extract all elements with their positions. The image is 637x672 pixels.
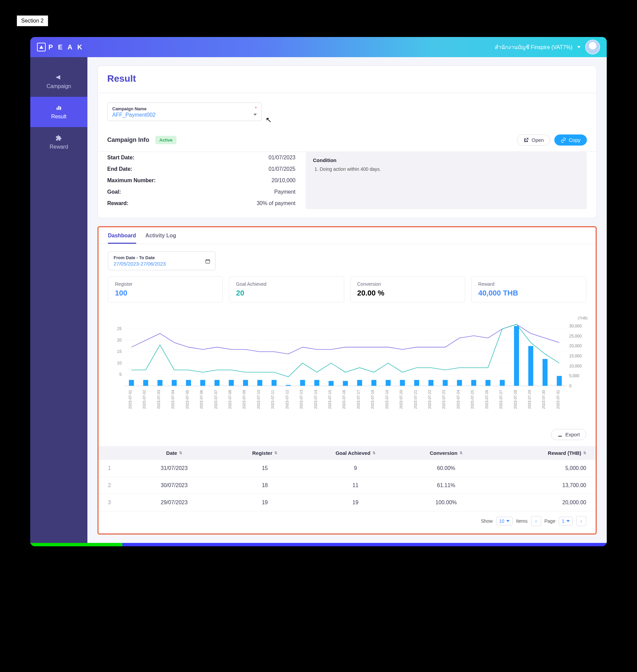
sort-icon: ⇅ — [372, 451, 376, 455]
date-range-value: 27/05/2023-27/06/2023 — [114, 261, 210, 267]
svg-rect-51 — [557, 376, 562, 386]
svg-text:2023-07-17: 2023-07-17 — [356, 390, 360, 409]
svg-text:2023-07-29: 2023-07-29 — [527, 390, 531, 409]
svg-rect-34 — [314, 380, 319, 386]
cell-register: 18 — [223, 483, 306, 488]
svg-rect-24 — [172, 380, 177, 386]
svg-rect-28 — [229, 380, 234, 386]
date-range-picker[interactable]: From Date - To Date 27/05/2023-27/06/202… — [108, 252, 216, 270]
svg-rect-50 — [543, 359, 548, 386]
table-row: 131/07/202315960.00%5,000.00 — [98, 460, 596, 477]
svg-text:2023-07-20: 2023-07-20 — [399, 390, 403, 409]
status-badge: Active — [155, 136, 177, 144]
svg-text:5,000: 5,000 — [569, 374, 580, 378]
svg-text:20,000: 20,000 — [569, 344, 582, 348]
svg-text:2023-07-24: 2023-07-24 — [456, 390, 460, 409]
page-size-select[interactable]: 10 — [496, 517, 513, 525]
kpi-value: 20 — [236, 289, 337, 297]
svg-text:2023-07-19: 2023-07-19 — [385, 390, 389, 409]
col-register[interactable]: Register⇅ — [223, 450, 306, 456]
tab-dashboard[interactable]: Dashboard — [108, 233, 136, 244]
sort-icon: ⇅ — [179, 451, 182, 455]
table-row: 230/07/2023181161.11%13,700.00 — [98, 477, 596, 494]
cell-conv: 100.00% — [405, 500, 487, 506]
col-goal[interactable]: Goal Achieved⇅ — [306, 450, 405, 456]
svg-rect-31 — [272, 380, 277, 386]
chevron-down-icon — [253, 114, 257, 116]
col-reward[interactable]: Reward (THB)⇅ — [487, 450, 586, 456]
top-bar: P E A K สำนักงานบัญชี Finspire (VAT7%) — [30, 37, 607, 57]
svg-text:2023-07-01: 2023-07-01 — [128, 390, 132, 409]
required-marker: * — [255, 106, 257, 111]
external-link-icon — [523, 138, 529, 143]
cell-register: 19 — [223, 500, 306, 506]
calendar-icon — [205, 258, 211, 264]
campaign-select-value: AFF_Payment002 — [112, 112, 257, 118]
svg-rect-25 — [186, 380, 191, 386]
export-button[interactable]: Export — [551, 429, 586, 440]
copy-button[interactable]: Copy — [554, 134, 587, 146]
svg-text:2023-07-13: 2023-07-13 — [299, 390, 303, 409]
svg-rect-44 — [457, 380, 462, 386]
svg-text:2023-07-10: 2023-07-10 — [256, 390, 260, 409]
tab-activity-log[interactable]: Activity Log — [146, 233, 177, 244]
cell-reward: 13,700.00 — [487, 483, 586, 488]
sidebar-item-label: Result — [51, 114, 66, 120]
svg-rect-40 — [400, 380, 405, 386]
svg-text:0: 0 — [569, 384, 571, 388]
logo-icon — [37, 43, 46, 51]
svg-rect-1 — [58, 106, 59, 110]
campaign-select[interactable]: * Campaign Name AFF_Payment002 ↖ — [107, 103, 262, 121]
info-row: Goal:Payment — [107, 186, 295, 198]
info-row: End Date:01/07/2025 — [107, 163, 295, 175]
sidebar-item-campaign[interactable]: Campaign — [30, 67, 87, 97]
svg-text:2023-07-23: 2023-07-23 — [442, 390, 446, 409]
svg-text:2023-07-03: 2023-07-03 — [157, 390, 161, 409]
svg-text:2023-07-30: 2023-07-30 — [542, 390, 546, 409]
svg-rect-21 — [129, 380, 134, 386]
page-select[interactable]: 1 — [559, 517, 573, 525]
svg-text:2023-07-12: 2023-07-12 — [285, 390, 289, 409]
svg-text:20: 20 — [117, 338, 122, 343]
info-value: 01/07/2025 — [269, 166, 295, 172]
result-panel: Result * Campaign Name AFF_Payment002 ↖ — [97, 66, 597, 218]
chevron-down-icon[interactable] — [577, 46, 581, 48]
svg-rect-3 — [206, 259, 210, 263]
cell-goal: 11 — [306, 483, 405, 488]
megaphone-icon — [55, 74, 62, 81]
kpi-label: Register — [115, 281, 216, 287]
cell-goal: 9 — [306, 465, 405, 471]
info-label: Maximum Number: — [107, 178, 156, 184]
svg-text:5: 5 — [119, 372, 122, 377]
svg-text:10,000: 10,000 — [569, 364, 582, 368]
dashboard-panel: Dashboard Activity Log From Date - To Da… — [97, 226, 597, 534]
avatar[interactable] — [585, 40, 600, 54]
kpi-card: Conversion20.00 % — [350, 276, 465, 303]
svg-text:2023-07-09: 2023-07-09 — [242, 390, 246, 409]
col-date[interactable]: Date⇅ — [125, 450, 223, 456]
svg-rect-42 — [429, 380, 434, 386]
svg-text:2023-07-25: 2023-07-25 — [470, 390, 474, 409]
svg-rect-36 — [343, 381, 348, 386]
svg-rect-41 — [414, 380, 419, 386]
info-row: Maximum Number:20/10,000 — [107, 175, 295, 186]
sidebar-item-result[interactable]: Result — [30, 97, 87, 127]
svg-rect-46 — [486, 380, 490, 386]
info-row: Reward:30% of payment — [107, 198, 295, 209]
sidebar-item-label: Reward — [50, 144, 68, 150]
svg-text:15,000: 15,000 — [569, 353, 582, 358]
next-page-button[interactable]: › — [576, 516, 586, 526]
link-icon — [561, 138, 566, 143]
prev-page-button[interactable]: ‹ — [531, 516, 541, 526]
svg-rect-37 — [357, 380, 362, 386]
col-conversion[interactable]: Conversion⇅ — [405, 450, 487, 456]
pager-show-label: Show — [481, 519, 493, 524]
bar-chart-icon — [55, 104, 62, 111]
logo: P E A K — [37, 43, 84, 51]
kpi-card: Register100 — [108, 276, 223, 303]
campaign-info-title: Campaign Info — [107, 137, 149, 144]
sidebar-item-reward[interactable]: Reward — [30, 127, 87, 157]
open-button[interactable]: Open — [517, 134, 550, 146]
svg-rect-0 — [56, 108, 57, 110]
svg-text:2023-07-28: 2023-07-28 — [513, 390, 517, 409]
